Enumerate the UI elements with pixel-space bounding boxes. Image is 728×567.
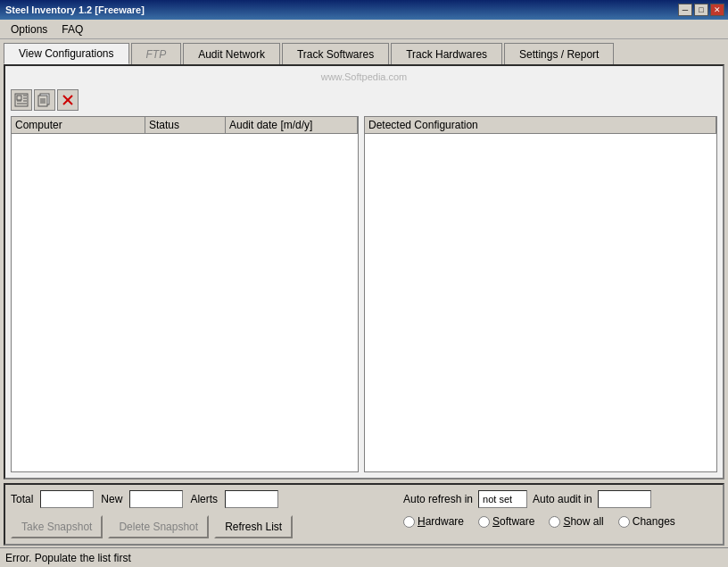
status-bar: Error. Populate the list first [0,547,728,567]
svg-rect-1 [17,96,21,100]
radio-show-all-label: Show all [563,515,603,528]
tab-view-configurations[interactable]: View Configurations [4,43,129,64]
title-bar-controls: ─ □ ✕ [678,4,724,16]
column-audit-date: Audit date [m/d/y] [226,117,358,133]
radio-software-item[interactable]: Software [478,515,534,528]
tab-settings-report[interactable]: Settings / Report [504,43,614,64]
radio-software-label: Software [492,515,534,528]
computer-table: Computer Status Audit date [m/d/y] [11,116,359,472]
tab-track-hardwares[interactable]: Track Hardwares [391,43,502,64]
minimize-button[interactable]: ─ [678,4,692,16]
radio-hardware[interactable] [403,516,415,528]
delete-button[interactable] [57,89,79,111]
auto-refresh-row: Auto refresh in not set Auto audit in [403,490,717,508]
alerts-label: Alerts [190,493,218,505]
config-body [365,134,716,469]
panels: Computer Status Audit date [m/d/y] Detec… [11,116,717,472]
total-field[interactable] [40,490,94,508]
radio-changes-label: Changes [633,515,675,528]
column-detected-configuration: Detected Configuration [365,117,716,133]
radio-changes[interactable] [618,516,630,528]
radio-changes-item[interactable]: Changes [618,515,675,528]
take-snapshot-button[interactable]: Take Snapshot [11,515,103,538]
alerts-field[interactable] [225,490,278,508]
delete-icon [61,93,75,107]
bottom-area: Total New Alerts Take Snapshot Delete Sn… [4,483,724,546]
tab-bar: View Configurations FTP Audit Network Tr… [0,39,728,64]
table-header: Computer Status Audit date [m/d/y] [12,117,358,134]
column-status: Status [145,117,226,133]
auto-audit-label: Auto audit in [533,493,592,505]
left-panel: Computer Status Audit date [m/d/y] [11,116,359,472]
tab-audit-network[interactable]: Audit Network [183,43,280,64]
right-panel: Detected Configuration [364,116,717,472]
table-body [12,134,358,469]
add-icon [14,93,29,107]
tab-track-softwares[interactable]: Track Softwares [282,43,389,64]
new-label: New [101,493,122,505]
close-button[interactable]: ✕ [710,4,724,16]
radio-show-all[interactable] [549,516,560,528]
action-row: Take Snapshot Delete Snapshot Refresh Li… [11,515,385,538]
bottom-left: Total New Alerts Take Snapshot Delete Sn… [11,490,385,538]
not-set-field: not set [478,490,527,508]
title-bar: Steel Inventory 1.2 [Freeware] ─ □ ✕ [0,0,728,20]
config-header: Detected Configuration [365,117,716,134]
column-computer: Computer [12,117,145,133]
content-area: www.Softpedia.com [4,64,724,479]
total-label: Total [11,493,33,505]
auto-refresh-label: Auto refresh in [403,493,473,505]
copy-button[interactable] [34,89,55,111]
bottom-right: Auto refresh in not set Auto audit in Ha… [403,490,717,538]
main-window: Steel Inventory 1.2 [Freeware] ─ □ ✕ Opt… [0,0,728,567]
delete-snapshot-button[interactable]: Delete Snapshot [108,515,209,538]
menu-faq[interactable]: FAQ [54,21,90,38]
toolbar [11,88,717,113]
window-title: Steel Inventory 1.2 [Freeware] [4,4,145,15]
status-message: Error. Populate the list first [5,552,131,564]
add-button[interactable] [11,89,32,111]
new-field[interactable] [129,490,183,508]
config-table: Detected Configuration [364,116,717,472]
radio-show-all-item[interactable]: Show all [549,515,603,528]
radio-hardware-label: Hardware [418,515,464,528]
radio-row: Hardware Software Show all [403,515,717,528]
copy-icon [37,93,52,107]
radio-software[interactable] [478,516,490,528]
stats-row: Total New Alerts [11,490,385,508]
auto-audit-field[interactable] [598,490,651,508]
maximize-button[interactable]: □ [694,4,708,16]
radio-hardware-item[interactable]: Hardware [403,515,464,528]
refresh-list-button[interactable]: Refresh List [214,515,293,538]
tab-ftp[interactable]: FTP [131,43,182,64]
menu-options[interactable]: Options [4,21,54,38]
watermark: www.Softpedia.com [11,71,717,82]
menu-bar: Options FAQ [0,20,728,39]
